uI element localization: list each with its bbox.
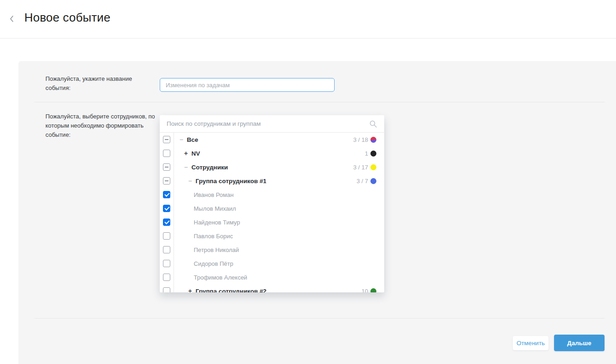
row-label: Сотрудники	[191, 164, 228, 171]
search-icon	[370, 120, 377, 128]
checkbox-cell	[160, 270, 174, 284]
page-header: Новое событие	[0, 0, 616, 39]
page-title: Новое событие	[24, 11, 111, 25]
event-name-label: Пожалуйста, укажите название события:	[45, 74, 156, 93]
expander-icon[interactable]: −	[187, 178, 193, 184]
form-panel: Пожалуйста, укажите название события: По…	[18, 61, 616, 364]
row-label: Группа сотрудников #2	[196, 288, 266, 293]
tree-row[interactable]: − Сотрудники 3 / 17	[160, 160, 384, 174]
row-count: 3 / 18	[353, 136, 368, 143]
chevron-left-icon	[10, 15, 14, 22]
row-content: − Сотрудники 3 / 17	[174, 160, 384, 174]
tree-row[interactable]: Мылов Михаил	[160, 202, 384, 215]
row-checkbox[interactable]	[163, 191, 170, 198]
checkbox-cell	[160, 284, 174, 292]
row-content: Иванов Роман	[174, 188, 384, 202]
row-content: + NV 1	[174, 146, 384, 160]
footer-divider	[34, 318, 605, 319]
tree-row[interactable]: − Все 3 / 18	[160, 133, 384, 146]
row-label: Иванов Роман	[194, 191, 234, 198]
row-checkbox[interactable]	[163, 163, 170, 171]
group-color-dot	[370, 178, 376, 184]
row-content: + Группа сотрудников #2 10	[174, 284, 384, 292]
group-color-dot	[370, 288, 376, 293]
next-button[interactable]: Дальше	[554, 335, 605, 351]
row-content: − Группа сотрудников #1 3 / 7	[174, 174, 384, 188]
tree-search-input[interactable]	[160, 115, 384, 132]
row-checkbox[interactable]	[163, 274, 170, 281]
expander-icon[interactable]: −	[183, 164, 189, 170]
row-content: Павлов Борис	[174, 229, 384, 243]
employees-select-label: Пожалуйста, выберите сотрудников, по кот…	[45, 112, 156, 140]
row-label: Петров Николай	[194, 246, 239, 253]
tree-row[interactable]: Трофимов Алексей	[160, 270, 384, 284]
event-name-input[interactable]	[160, 78, 335, 92]
row-label: Сидоров Пётр	[194, 260, 233, 267]
group-color-dot	[370, 137, 376, 143]
checkbox-cell	[160, 257, 174, 270]
row-checkbox[interactable]	[163, 232, 170, 240]
group-color-dot	[370, 151, 376, 157]
row-content: Трофимов Алексей	[174, 270, 384, 284]
row-count: 10	[362, 288, 368, 293]
row-label: NV	[191, 150, 200, 157]
row-label: Трофимов Алексей	[194, 274, 247, 281]
cancel-button[interactable]: Отменить	[513, 336, 549, 350]
row-label: Мылов Михаил	[194, 205, 236, 212]
row-count: 3 / 7	[357, 178, 368, 185]
row-label: Группа сотрудников #1	[196, 178, 266, 185]
footer-actions: Отменить Дальше	[513, 335, 605, 351]
checkbox-cell	[160, 243, 174, 257]
tree-row[interactable]: Сидоров Пётр	[160, 257, 384, 270]
checkbox-cell	[160, 146, 174, 160]
row-content: Найденов Тимур	[174, 215, 384, 229]
row-checkbox[interactable]	[163, 246, 170, 253]
checkbox-cell	[160, 133, 174, 146]
row-checkbox[interactable]	[163, 205, 170, 212]
tree-row[interactable]: + Группа сотрудников #2 10	[160, 284, 384, 292]
row-checkbox[interactable]	[163, 287, 170, 292]
employees-tree-dropdown: − Все 3 / 18 + NV 1 − Сотрудники 3 / 17	[160, 115, 384, 292]
back-button[interactable]	[7, 14, 16, 24]
row-checkbox[interactable]	[163, 136, 170, 143]
row-content: Петров Николай	[174, 243, 384, 257]
row-label: Все	[187, 136, 198, 143]
row-label: Павлов Борис	[194, 233, 233, 240]
tree-row[interactable]: Иванов Роман	[160, 188, 384, 202]
tree-row[interactable]: + NV 1	[160, 146, 384, 160]
expander-icon[interactable]: +	[187, 288, 193, 292]
row-checkbox[interactable]	[163, 260, 170, 267]
row-label: Найденов Тимур	[194, 219, 240, 226]
checkbox-cell	[160, 174, 174, 188]
row-checkbox[interactable]	[163, 218, 170, 226]
tree-list: − Все 3 / 18 + NV 1 − Сотрудники 3 / 17	[160, 133, 384, 292]
checkbox-cell	[160, 215, 174, 229]
expander-icon[interactable]: −	[179, 136, 184, 143]
tree-row[interactable]: Павлов Борис	[160, 229, 384, 243]
section-divider	[34, 102, 605, 102]
tree-row[interactable]: Найденов Тимур	[160, 215, 384, 229]
tree-row[interactable]: − Группа сотрудников #1 3 / 7	[160, 174, 384, 188]
row-checkbox[interactable]	[163, 177, 170, 185]
row-count: 1	[365, 150, 368, 157]
row-content: − Все 3 / 18	[174, 133, 384, 146]
row-count: 3 / 17	[353, 164, 368, 171]
checkbox-cell	[160, 188, 174, 202]
checkbox-cell	[160, 229, 174, 243]
checkbox-cell	[160, 160, 174, 174]
tree-search-bar	[160, 115, 384, 133]
group-color-dot	[370, 164, 376, 170]
row-content: Сидоров Пётр	[174, 257, 384, 270]
row-content: Мылов Михаил	[174, 202, 384, 215]
tree-row[interactable]: Петров Николай	[160, 243, 384, 257]
row-checkbox[interactable]	[163, 150, 170, 157]
checkbox-cell	[160, 202, 174, 215]
expander-icon[interactable]: +	[183, 150, 189, 157]
